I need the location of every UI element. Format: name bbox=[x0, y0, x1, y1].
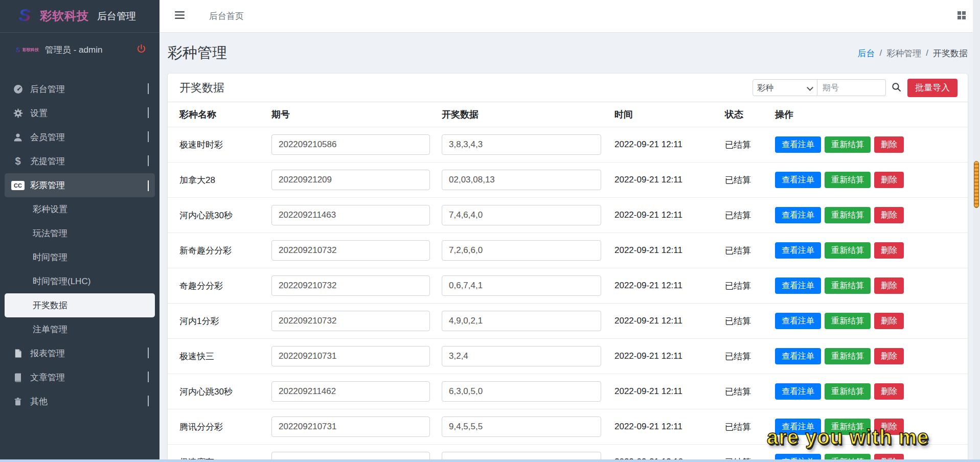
watermark-text: are you with me bbox=[767, 426, 929, 449]
draw-numbers-input[interactable] bbox=[442, 417, 601, 437]
resettle-button[interactable]: 重新结算 bbox=[825, 207, 871, 223]
draw-numbers-input[interactable] bbox=[442, 311, 601, 331]
resettle-button[interactable]: 重新结算 bbox=[825, 242, 871, 259]
breadcrumb-root-link[interactable]: 后台 bbox=[858, 48, 875, 59]
resettle-button[interactable]: 重新结算 bbox=[825, 278, 871, 294]
table-row: 极速时时彩 2022-09-21 12:11 已结算 查看注单 重新结算 删除 bbox=[168, 127, 968, 162]
bottom-edge-bar bbox=[0, 459, 980, 462]
resettle-button[interactable]: 重新结算 bbox=[825, 313, 871, 329]
delete-button[interactable]: 删除 bbox=[874, 313, 904, 329]
draw-time: 2022-09-21 12:11 bbox=[614, 386, 725, 397]
delete-button[interactable]: 删除 bbox=[874, 242, 904, 259]
delete-button[interactable]: 删除 bbox=[874, 172, 904, 188]
chevron-left-icon bbox=[148, 132, 149, 143]
sidebar-item-other[interactable]: 其他 bbox=[5, 389, 155, 413]
brand[interactable]: S 彩软科技 后台管理 bbox=[0, 0, 159, 33]
issue-input[interactable] bbox=[271, 417, 430, 437]
chevron-left-icon bbox=[148, 373, 149, 383]
delete-button[interactable]: 删除 bbox=[874, 207, 904, 223]
lottery-select-wrap: 彩种 bbox=[753, 79, 817, 96]
search-button[interactable] bbox=[886, 79, 906, 96]
vertical-scrollbar-track bbox=[973, 0, 980, 462]
issue-input[interactable] bbox=[271, 311, 430, 331]
sidebar-subitem-bet-management[interactable]: 注单管理 bbox=[5, 317, 155, 341]
draw-numbers-input[interactable] bbox=[442, 275, 601, 296]
delete-button[interactable]: 删除 bbox=[874, 136, 904, 153]
issue-input[interactable] bbox=[271, 381, 430, 402]
sidebar-item-lottery[interactable]: CC 彩票管理 bbox=[5, 173, 155, 197]
subitem-label: 开奖数据 bbox=[33, 299, 67, 311]
issue-search-input[interactable] bbox=[817, 79, 886, 96]
card-title: 开奖数据 bbox=[179, 80, 224, 96]
top-navbar: 后台首页 bbox=[159, 0, 980, 33]
resettle-button[interactable]: 重新结算 bbox=[825, 172, 871, 188]
view-orders-button[interactable]: 查看注单 bbox=[775, 242, 821, 259]
sidebar-subitem-time-management-lhc[interactable]: 时间管理(LHC) bbox=[5, 269, 155, 293]
logout-power-icon[interactable] bbox=[136, 44, 146, 56]
resettle-button[interactable]: 重新结算 bbox=[825, 136, 871, 153]
nav-tab-home[interactable]: 后台首页 bbox=[209, 10, 244, 22]
sidebar-subitem-play-management[interactable]: 玩法管理 bbox=[5, 221, 155, 245]
draw-numbers-input[interactable] bbox=[442, 240, 601, 261]
sidebar-item-label: 文章管理 bbox=[30, 372, 65, 383]
draw-numbers-input[interactable] bbox=[442, 381, 601, 402]
view-orders-button[interactable]: 查看注单 bbox=[775, 172, 821, 188]
lottery-select[interactable]: 彩种 bbox=[753, 79, 817, 96]
issue-input[interactable] bbox=[271, 346, 430, 366]
resettle-button[interactable]: 重新结算 bbox=[825, 383, 871, 400]
view-orders-button[interactable]: 查看注单 bbox=[775, 313, 821, 329]
draw-numbers-input[interactable] bbox=[442, 170, 601, 190]
chevron-left-icon bbox=[148, 84, 149, 95]
resettle-button[interactable]: 重新结算 bbox=[825, 348, 871, 364]
sidebar-item-members[interactable]: 会员管理 bbox=[5, 125, 155, 149]
draw-numbers-input[interactable] bbox=[442, 134, 601, 155]
delete-button[interactable]: 删除 bbox=[874, 278, 904, 294]
grid-apps-icon[interactable] bbox=[958, 11, 966, 21]
mini-brand-text: 彩软科技 bbox=[22, 47, 39, 53]
lottery-name: 加拿大28 bbox=[179, 174, 271, 186]
lottery-name: 新奇趣分分彩 bbox=[179, 245, 271, 257]
sidebar-subitem-time-management[interactable]: 时间管理 bbox=[5, 245, 155, 269]
draw-time: 2022-09-21 12:11 bbox=[614, 422, 725, 432]
draw-time: 2022-09-21 12:11 bbox=[614, 210, 725, 220]
view-orders-button[interactable]: 查看注单 bbox=[775, 207, 821, 223]
vertical-scrollbar-thumb[interactable] bbox=[974, 161, 979, 208]
issue-input[interactable] bbox=[271, 134, 430, 155]
hamburger-menu-icon[interactable] bbox=[175, 11, 185, 21]
issue-input[interactable] bbox=[271, 170, 430, 190]
sidebar-item-dashboard[interactable]: 后台管理 bbox=[5, 77, 155, 101]
lottery-name: 腾讯分分彩 bbox=[179, 421, 271, 433]
sidebar-item-deposits[interactable]: $ 充提管理 bbox=[5, 149, 155, 173]
table-body: 极速时时彩 2022-09-21 12:11 已结算 查看注单 重新结算 删除 … bbox=[168, 127, 968, 462]
sidebar-item-articles[interactable]: 文章管理 bbox=[5, 365, 155, 389]
issue-input[interactable] bbox=[271, 240, 430, 261]
dollar-icon: $ bbox=[11, 155, 25, 167]
breadcrumb-separator: / bbox=[926, 48, 928, 58]
view-orders-button[interactable]: 查看注单 bbox=[775, 136, 821, 153]
svg-text:S: S bbox=[19, 5, 31, 25]
sidebar-item-reports[interactable]: 报表管理 bbox=[5, 341, 155, 365]
current-user-label: 管理员 - admin bbox=[45, 44, 136, 56]
issue-input[interactable] bbox=[271, 275, 430, 296]
draw-time: 2022-09-21 12:11 bbox=[614, 281, 725, 291]
draw-numbers-input[interactable] bbox=[442, 205, 601, 225]
delete-button[interactable]: 删除 bbox=[874, 348, 904, 364]
subitem-label: 时间管理(LHC) bbox=[33, 275, 90, 287]
view-orders-button[interactable]: 查看注单 bbox=[775, 278, 821, 294]
col-header-time: 时间 bbox=[614, 108, 725, 121]
sidebar-item-label: 设置 bbox=[30, 107, 48, 119]
page-title: 彩种管理 bbox=[168, 43, 227, 63]
breadcrumb-current: 开奖数据 bbox=[933, 48, 968, 59]
view-orders-button[interactable]: 查看注单 bbox=[775, 383, 821, 400]
issue-input[interactable] bbox=[271, 205, 430, 225]
delete-button[interactable]: 删除 bbox=[874, 383, 904, 400]
sidebar-subitem-lottery-settings[interactable]: 彩种设置 bbox=[5, 197, 155, 221]
draw-numbers-input[interactable] bbox=[442, 346, 601, 366]
sidebar-subitem-draw-data[interactable]: 开奖数据 bbox=[5, 293, 155, 317]
sidebar-item-label: 报表管理 bbox=[30, 348, 65, 359]
batch-import-button[interactable]: 批量导入 bbox=[907, 79, 958, 97]
sidebar-item-settings[interactable]: 设置 bbox=[5, 101, 155, 125]
content-header: 彩种管理 后台 / 彩种管理 / 开奖数据 bbox=[159, 33, 980, 74]
sidebar: S 彩软科技 后台管理 S 彩软科技 管理员 - admin bbox=[0, 0, 159, 462]
view-orders-button[interactable]: 查看注单 bbox=[775, 348, 821, 364]
